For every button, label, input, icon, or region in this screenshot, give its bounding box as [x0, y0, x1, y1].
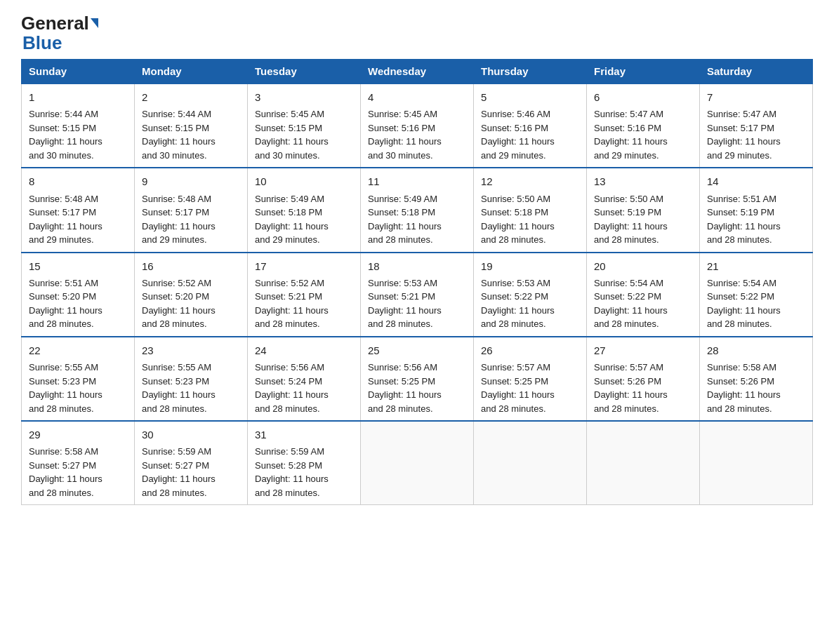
calendar-cell: 31Sunrise: 5:59 AMSunset: 5:28 PMDayligh… [248, 421, 361, 505]
calendar-week-5: 29Sunrise: 5:58 AMSunset: 5:27 PMDayligh… [22, 421, 813, 505]
day-info: Sunrise: 5:51 AMSunset: 5:20 PMDaylight:… [29, 276, 127, 331]
day-info: Sunrise: 5:56 AMSunset: 5:25 PMDaylight:… [368, 361, 466, 415]
day-number: 21 [707, 258, 805, 274]
day-info: Sunrise: 5:55 AMSunset: 5:23 PMDaylight:… [142, 361, 240, 415]
day-number: 13 [594, 173, 692, 189]
day-number: 18 [368, 258, 466, 274]
calendar-week-4: 22Sunrise: 5:55 AMSunset: 5:23 PMDayligh… [22, 337, 813, 421]
day-info: Sunrise: 5:45 AMSunset: 5:15 PMDaylight:… [255, 107, 353, 162]
calendar-cell [474, 421, 587, 505]
day-number: 7 [707, 89, 805, 105]
day-info: Sunrise: 5:49 AMSunset: 5:18 PMDaylight:… [255, 192, 353, 247]
day-info: Sunrise: 5:57 AMSunset: 5:25 PMDaylight:… [481, 361, 579, 415]
day-info: Sunrise: 5:57 AMSunset: 5:26 PMDaylight:… [594, 361, 692, 415]
day-number: 26 [481, 342, 579, 358]
day-number: 3 [255, 89, 353, 105]
calendar-cell: 4Sunrise: 5:45 AMSunset: 5:16 PMDaylight… [361, 83, 474, 168]
calendar-cell: 1Sunrise: 5:44 AMSunset: 5:15 PMDaylight… [22, 83, 135, 168]
day-number: 17 [255, 258, 353, 274]
day-info: Sunrise: 5:55 AMSunset: 5:23 PMDaylight:… [29, 361, 127, 415]
day-info: Sunrise: 5:47 AMSunset: 5:16 PMDaylight:… [594, 107, 692, 162]
calendar-cell: 18Sunrise: 5:53 AMSunset: 5:21 PMDayligh… [361, 253, 474, 337]
day-number: 15 [29, 258, 127, 274]
day-number: 16 [142, 258, 240, 274]
calendar-cell: 24Sunrise: 5:56 AMSunset: 5:24 PMDayligh… [248, 337, 361, 421]
day-number: 24 [255, 342, 353, 358]
day-number: 4 [368, 89, 466, 105]
day-number: 2 [142, 89, 240, 105]
day-info: Sunrise: 5:52 AMSunset: 5:21 PMDaylight:… [255, 276, 353, 331]
day-number: 1 [29, 89, 127, 105]
day-number: 25 [368, 342, 466, 358]
weekday-header-monday: Monday [135, 60, 248, 84]
day-number: 10 [255, 173, 353, 189]
calendar-cell [587, 421, 700, 505]
calendar-cell: 2Sunrise: 5:44 AMSunset: 5:15 PMDaylight… [135, 83, 248, 168]
calendar-cell [361, 421, 474, 505]
day-info: Sunrise: 5:44 AMSunset: 5:15 PMDaylight:… [142, 107, 240, 162]
day-number: 29 [29, 427, 127, 443]
weekday-header-saturday: Saturday [700, 60, 813, 84]
calendar-cell: 16Sunrise: 5:52 AMSunset: 5:20 PMDayligh… [135, 253, 248, 337]
calendar-cell: 21Sunrise: 5:54 AMSunset: 5:22 PMDayligh… [700, 253, 813, 337]
day-number: 5 [481, 89, 579, 105]
calendar-cell: 27Sunrise: 5:57 AMSunset: 5:26 PMDayligh… [587, 337, 700, 421]
day-info: Sunrise: 5:51 AMSunset: 5:19 PMDaylight:… [707, 192, 805, 247]
calendar-cell: 17Sunrise: 5:52 AMSunset: 5:21 PMDayligh… [248, 253, 361, 337]
day-number: 8 [29, 173, 127, 189]
calendar-cell: 29Sunrise: 5:58 AMSunset: 5:27 PMDayligh… [22, 421, 135, 505]
page-header: General Blue [21, 14, 813, 52]
calendar-cell: 22Sunrise: 5:55 AMSunset: 5:23 PMDayligh… [22, 337, 135, 421]
day-number: 19 [481, 258, 579, 274]
calendar-week-2: 8Sunrise: 5:48 AMSunset: 5:17 PMDaylight… [22, 168, 813, 252]
day-info: Sunrise: 5:49 AMSunset: 5:18 PMDaylight:… [368, 192, 466, 247]
day-number: 14 [707, 173, 805, 189]
calendar-table: SundayMondayTuesdayWednesdayThursdayFrid… [21, 59, 813, 505]
weekday-header-wednesday: Wednesday [361, 60, 474, 84]
calendar-week-3: 15Sunrise: 5:51 AMSunset: 5:20 PMDayligh… [22, 253, 813, 337]
day-info: Sunrise: 5:48 AMSunset: 5:17 PMDaylight:… [29, 192, 127, 247]
day-number: 28 [707, 342, 805, 358]
day-info: Sunrise: 5:50 AMSunset: 5:19 PMDaylight:… [594, 192, 692, 247]
logo-general-text: General [21, 14, 98, 32]
calendar-cell: 25Sunrise: 5:56 AMSunset: 5:25 PMDayligh… [361, 337, 474, 421]
day-info: Sunrise: 5:46 AMSunset: 5:16 PMDaylight:… [481, 107, 579, 162]
calendar-cell: 23Sunrise: 5:55 AMSunset: 5:23 PMDayligh… [135, 337, 248, 421]
calendar-cell: 10Sunrise: 5:49 AMSunset: 5:18 PMDayligh… [248, 168, 361, 252]
day-number: 12 [481, 173, 579, 189]
calendar-cell: 26Sunrise: 5:57 AMSunset: 5:25 PMDayligh… [474, 337, 587, 421]
calendar-cell: 8Sunrise: 5:48 AMSunset: 5:17 PMDaylight… [22, 168, 135, 252]
day-info: Sunrise: 5:47 AMSunset: 5:17 PMDaylight:… [707, 107, 805, 162]
calendar-cell: 28Sunrise: 5:58 AMSunset: 5:26 PMDayligh… [700, 337, 813, 421]
day-info: Sunrise: 5:56 AMSunset: 5:24 PMDaylight:… [255, 361, 353, 415]
day-number: 6 [594, 89, 692, 105]
weekday-header-row: SundayMondayTuesdayWednesdayThursdayFrid… [22, 60, 813, 84]
day-number: 9 [142, 173, 240, 189]
day-number: 30 [142, 427, 240, 443]
day-info: Sunrise: 5:53 AMSunset: 5:21 PMDaylight:… [368, 276, 466, 331]
calendar-cell: 11Sunrise: 5:49 AMSunset: 5:18 PMDayligh… [361, 168, 474, 252]
weekday-header-sunday: Sunday [22, 60, 135, 84]
day-info: Sunrise: 5:53 AMSunset: 5:22 PMDaylight:… [481, 276, 579, 331]
calendar-cell: 14Sunrise: 5:51 AMSunset: 5:19 PMDayligh… [700, 168, 813, 252]
calendar-week-1: 1Sunrise: 5:44 AMSunset: 5:15 PMDaylight… [22, 83, 813, 168]
calendar-cell: 5Sunrise: 5:46 AMSunset: 5:16 PMDaylight… [474, 83, 587, 168]
calendar-cell: 9Sunrise: 5:48 AMSunset: 5:17 PMDaylight… [135, 168, 248, 252]
day-info: Sunrise: 5:54 AMSunset: 5:22 PMDaylight:… [594, 276, 692, 331]
day-number: 11 [368, 173, 466, 189]
day-info: Sunrise: 5:52 AMSunset: 5:20 PMDaylight:… [142, 276, 240, 331]
day-number: 20 [594, 258, 692, 274]
day-info: Sunrise: 5:58 AMSunset: 5:26 PMDaylight:… [707, 361, 805, 415]
logo-arrow-icon [91, 18, 98, 28]
logo: General Blue [21, 14, 98, 52]
day-number: 23 [142, 342, 240, 358]
day-number: 27 [594, 342, 692, 358]
day-info: Sunrise: 5:44 AMSunset: 5:15 PMDaylight:… [29, 107, 127, 162]
day-info: Sunrise: 5:58 AMSunset: 5:27 PMDaylight:… [29, 445, 127, 499]
calendar-cell: 30Sunrise: 5:59 AMSunset: 5:27 PMDayligh… [135, 421, 248, 505]
calendar-cell: 13Sunrise: 5:50 AMSunset: 5:19 PMDayligh… [587, 168, 700, 252]
logo-blue-text: Blue [22, 34, 62, 52]
calendar-cell: 15Sunrise: 5:51 AMSunset: 5:20 PMDayligh… [22, 253, 135, 337]
calendar-cell: 7Sunrise: 5:47 AMSunset: 5:17 PMDaylight… [700, 83, 813, 168]
calendar-cell: 20Sunrise: 5:54 AMSunset: 5:22 PMDayligh… [587, 253, 700, 337]
